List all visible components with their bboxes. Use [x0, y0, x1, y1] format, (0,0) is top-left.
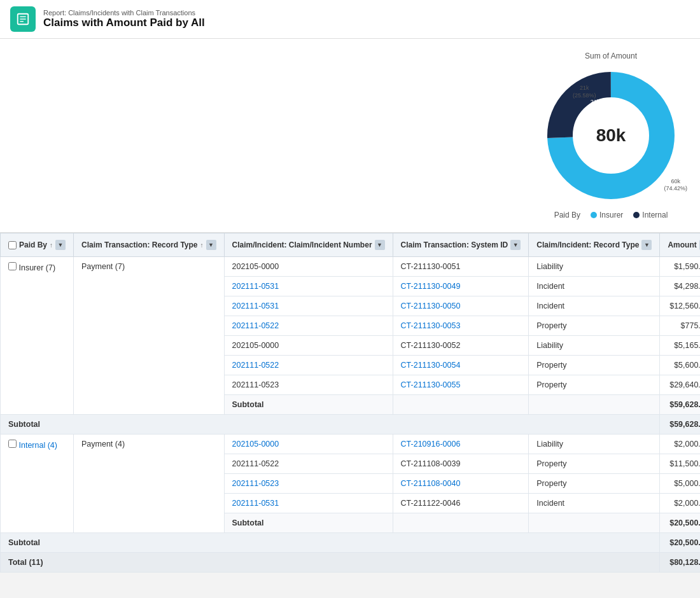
claim-number-cell: 202111-0531: [224, 494, 393, 513]
record-type-group-cell: Payment (4): [74, 435, 225, 533]
paid-by-link[interactable]: Internal (4): [18, 441, 57, 450]
page-title: Claims with Amount Paid by All: [43, 17, 205, 29]
system-id-cell: CT-211130-0053: [393, 316, 529, 336]
paid-by-filter-btn[interactable]: ▼: [55, 240, 66, 250]
system-id-cell: CT-211130-0052: [393, 336, 529, 356]
claim-number-cell: 202105-0000: [224, 435, 393, 454]
amount-cell: $5,600.00: [660, 356, 700, 375]
claim-record-type-filter-btn[interactable]: ▼: [641, 240, 652, 250]
amount-cell: $5,000.00: [660, 474, 700, 494]
group-subtotal-row: Subtotal$20,500.00: [1, 533, 701, 553]
claim-number-cell: 202111-0522: [224, 356, 393, 375]
subtotal-amount-cell: $20,500.00: [660, 513, 700, 533]
total-row: Total (11)$80,128.23: [1, 553, 701, 573]
system-id-cell: CT-211130-0054: [393, 356, 529, 375]
claim-record-type-cell: Incident: [529, 277, 660, 296]
claim-number-cell: 202105-0000: [224, 257, 393, 277]
record-type-sort-icon[interactable]: ↑: [200, 242, 204, 249]
claim-number-filter-btn[interactable]: ▼: [375, 240, 385, 250]
col-paid-by: Paid By ↑ ▼: [1, 233, 74, 257]
legend-insurer-label: Insurer: [599, 211, 623, 219]
amount-cell: $2,000.00: [660, 435, 700, 454]
system-id-cell: CT-211130-0055: [393, 375, 529, 395]
chart-section: Sum of Amount 60k 21k (25.58%) (74.42%) …: [0, 39, 700, 233]
paid-by-sort-icon[interactable]: ↑: [50, 242, 53, 249]
claim-number-link[interactable]: 202111-0523: [232, 479, 279, 488]
system-id-link[interactable]: CT-211108-0040: [401, 479, 461, 488]
system-id-link[interactable]: CT-210916-0006: [401, 440, 461, 448]
claim-record-type-cell: Property: [529, 356, 660, 375]
header-text: Report: Claims/Incidents with Claim Tran…: [43, 9, 205, 29]
subtotal-label-cell: Subtotal: [224, 395, 393, 415]
claim-number-link[interactable]: 202111-0531: [232, 302, 279, 310]
svg-text:(25.58%): (25.58%): [585, 106, 606, 111]
group-subtotal-amount: $59,628.23: [660, 415, 700, 435]
donut-center-value: 80k: [596, 125, 626, 146]
amount-cell: $29,640.00: [660, 375, 700, 395]
legend-insurer: Insurer: [591, 211, 623, 219]
claim-number-cell: 202111-0531: [224, 296, 393, 316]
system-id-cell: CT-211130-0051: [393, 257, 529, 277]
claim-number-cell: 202111-0523: [224, 375, 393, 395]
claim-number-cell: 202111-0531: [224, 277, 393, 296]
subtotal-amount-cell: $59,628.23: [660, 395, 700, 415]
table-row: Insurer (7)Payment (7)202105-0000CT-2111…: [1, 257, 701, 277]
col-amount: Amount ▼: [660, 233, 700, 257]
claim-record-type-cell: Liability: [529, 257, 660, 277]
record-type-group-cell: Payment (7): [74, 257, 225, 415]
system-id-link[interactable]: CT-211130-0055: [401, 380, 461, 389]
col-claim-number: Claim/Incident: Claim/Incident Number ▼: [224, 233, 393, 257]
insurer-dot: [591, 212, 597, 218]
claim-record-type-cell: Incident: [529, 494, 660, 513]
claim-record-type-cell: Property: [529, 454, 660, 474]
group-subtotal-label: Subtotal: [1, 533, 660, 553]
chart-legend: Paid By Insurer Internal: [541, 211, 681, 219]
system-id-cell: CT-211108-0040: [393, 474, 529, 494]
donut-chart-container: Sum of Amount 60k 21k (25.58%) (74.42%) …: [541, 52, 681, 219]
amount-cell: $5,165.23: [660, 336, 700, 356]
table-header-row: Paid By ↑ ▼ Claim Transaction: Record Ty…: [1, 233, 701, 257]
claim-record-type-cell: Property: [529, 316, 660, 336]
group-subtotal-amount: $20,500.00: [660, 533, 700, 553]
system-id-filter-btn[interactable]: ▼: [510, 240, 521, 250]
claim-number-link[interactable]: 202111-0531: [232, 499, 279, 508]
amount-cell: $1,590.00: [660, 257, 700, 277]
claim-number-link[interactable]: 202111-0531: [232, 282, 279, 291]
row-checkbox[interactable]: [8, 262, 17, 270]
svg-text:21k: 21k: [591, 99, 600, 105]
claim-record-type-cell: Property: [529, 474, 660, 494]
amount-cell: $4,298.00: [660, 277, 700, 296]
chart-title: Sum of Amount: [541, 52, 681, 60]
claim-number-cell: 202111-0522: [224, 454, 393, 474]
record-type-filter-btn[interactable]: ▼: [206, 240, 216, 250]
legend-internal-label: Internal: [642, 211, 668, 219]
system-id-link[interactable]: CT-211130-0053: [401, 321, 461, 330]
donut-chart: 60k 21k (25.58%) (74.42%) 60k(74.42%) 21…: [541, 66, 681, 205]
legend-paid-by-label: Paid By: [554, 211, 580, 219]
claim-number-link[interactable]: 202111-0522: [232, 361, 279, 370]
insurer-segment-label: 60k(74.42%): [664, 178, 687, 192]
paid-by-label: Insurer (7): [18, 263, 55, 272]
system-id-cell: CT-210916-0006: [393, 435, 529, 454]
data-table-section: Paid By ↑ ▼ Claim Transaction: Record Ty…: [0, 233, 700, 573]
claim-number-cell: 202111-0522: [224, 316, 393, 336]
select-all-checkbox[interactable]: [8, 241, 17, 249]
system-id-link[interactable]: CT-211130-0049: [401, 282, 461, 291]
claim-number-link[interactable]: 202105-0000: [232, 440, 279, 448]
col-claim-record-type: Claim/Incident: Record Type ▼: [529, 233, 660, 257]
col-system-id: Claim Transaction: System ID ▼: [393, 233, 529, 257]
legend-internal: Internal: [633, 211, 668, 219]
system-id-link[interactable]: CT-211130-0050: [401, 302, 461, 310]
amount-cell: $12,560.00: [660, 296, 700, 316]
amount-cell: $775.00: [660, 316, 700, 336]
amount-cell: $11,500.00: [660, 454, 700, 474]
internal-dot: [633, 212, 640, 218]
total-amount: $80,128.23: [660, 553, 700, 573]
total-label: Total (11): [1, 553, 660, 573]
row-checkbox[interactable]: [8, 440, 17, 448]
system-id-cell: CT-211122-0046: [393, 494, 529, 513]
claim-number-link[interactable]: 202111-0522: [232, 321, 279, 330]
system-id-link[interactable]: CT-211130-0054: [401, 361, 461, 370]
claim-number-cell: 202105-0000: [224, 336, 393, 356]
main-table: Paid By ↑ ▼ Claim Transaction: Record Ty…: [0, 233, 700, 573]
